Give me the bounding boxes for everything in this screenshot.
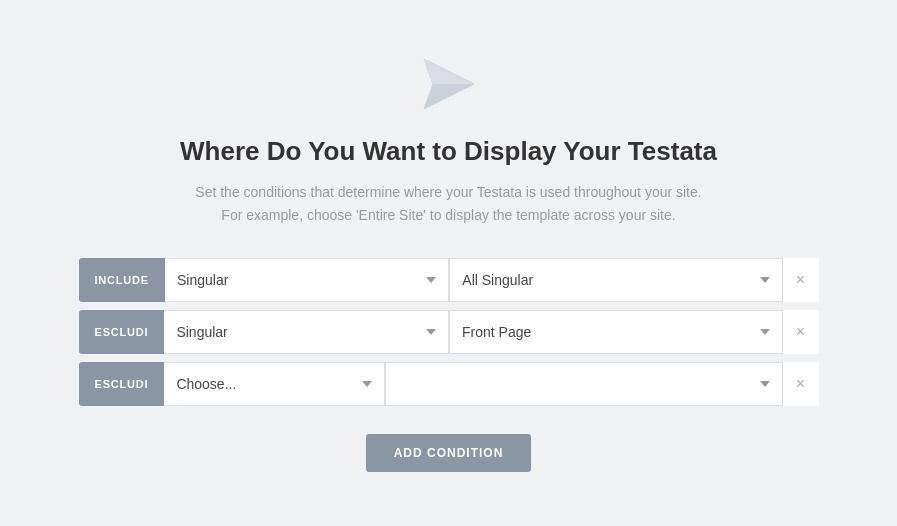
condition-label: ESCLUDI (79, 362, 165, 406)
condition-row: ESCLUDISingularEntire SiteFront PageArch… (79, 310, 819, 354)
condition-type-select[interactable]: SingularEntire SiteFront PageArchive (165, 258, 449, 302)
main-container: Where Do You Want to Display Your Testat… (59, 24, 839, 502)
condition-value-select[interactable] (385, 362, 782, 406)
condition-label: ESCLUDI (79, 310, 165, 354)
condition-value-select[interactable]: Front PageAll SingularHome Page (449, 310, 783, 354)
condition-row: INCLUDESingularEntire SiteFront PageArch… (79, 258, 819, 302)
condition-row: ESCLUDIChoose...SingularEntire SiteFront… (79, 362, 819, 406)
send-icon (419, 54, 479, 114)
icon-area (419, 54, 479, 118)
condition-label: INCLUDE (79, 258, 166, 302)
condition-remove-button[interactable]: × (783, 310, 819, 354)
condition-value-select[interactable]: All SingularFront PageHome Page (449, 258, 782, 302)
page-subtitle: Set the conditions that determine where … (195, 181, 701, 226)
condition-remove-button[interactable]: × (783, 362, 819, 406)
conditions-list: INCLUDESingularEntire SiteFront PageArch… (79, 258, 819, 406)
page-title: Where Do You Want to Display Your Testat… (180, 136, 717, 167)
add-condition-button[interactable]: ADD CONDITION (366, 434, 532, 472)
condition-remove-button[interactable]: × (783, 258, 819, 302)
condition-type-select[interactable]: Choose...SingularEntire SiteFront PageAr… (164, 362, 385, 406)
condition-type-select[interactable]: SingularEntire SiteFront PageArchive (164, 310, 449, 354)
